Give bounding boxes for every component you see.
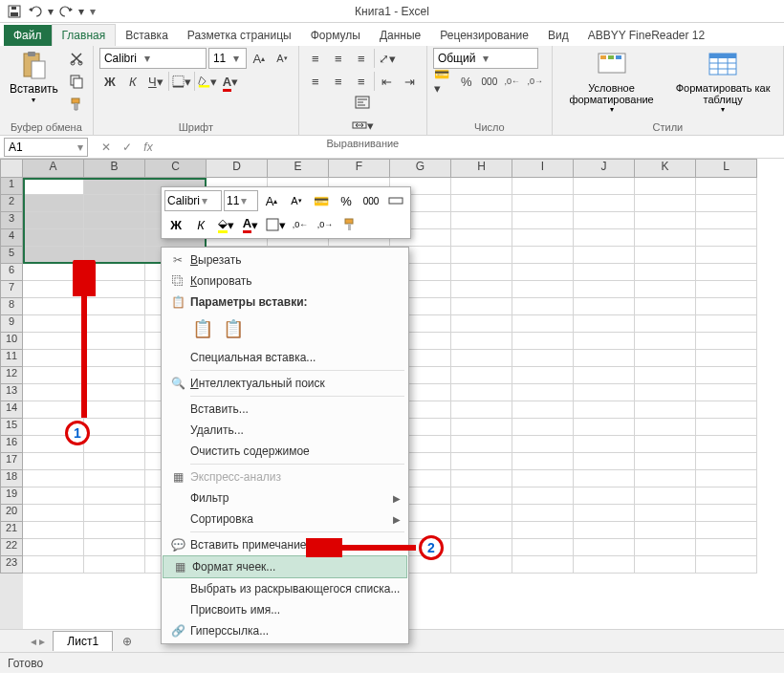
tab-data[interactable]: Данные bbox=[370, 25, 430, 46]
cell[interactable] bbox=[512, 470, 574, 487]
row-header[interactable]: 5 bbox=[0, 247, 23, 264]
cell[interactable] bbox=[574, 539, 635, 556]
cell[interactable] bbox=[512, 315, 574, 333]
cell[interactable] bbox=[574, 350, 635, 367]
row-header[interactable]: 11 bbox=[0, 350, 23, 367]
cell[interactable] bbox=[574, 212, 635, 229]
cell[interactable] bbox=[84, 212, 145, 229]
cell[interactable] bbox=[574, 419, 635, 436]
col-header[interactable]: A bbox=[23, 159, 84, 178]
ctx-insert[interactable]: Вставить... bbox=[162, 399, 408, 420]
mini-increase-font-icon[interactable]: A▴ bbox=[260, 190, 283, 211]
fx-icon[interactable]: fx bbox=[138, 137, 159, 158]
cell[interactable] bbox=[84, 178, 145, 195]
format-painter-icon[interactable] bbox=[66, 94, 87, 115]
ctx-cut[interactable]: ✂Вырезать bbox=[162, 249, 408, 271]
cell[interactable] bbox=[696, 453, 757, 470]
cell[interactable] bbox=[574, 178, 635, 195]
row-header[interactable]: 23 bbox=[0, 556, 23, 574]
cell[interactable] bbox=[451, 298, 512, 315]
merge-center-button[interactable]: ▾ bbox=[305, 115, 421, 136]
cell[interactable] bbox=[635, 453, 696, 470]
tab-file[interactable]: Файл bbox=[4, 25, 52, 46]
mini-italic-button[interactable]: К bbox=[189, 214, 212, 235]
cell[interactable] bbox=[512, 333, 574, 350]
cell[interactable] bbox=[512, 539, 574, 556]
col-header[interactable]: G bbox=[390, 159, 451, 178]
cell[interactable] bbox=[84, 229, 145, 247]
cell[interactable] bbox=[84, 436, 145, 453]
cell[interactable] bbox=[635, 315, 696, 333]
name-box[interactable]: A1▾ bbox=[4, 138, 88, 157]
cell[interactable] bbox=[512, 401, 574, 419]
mini-accounting-icon[interactable]: 💳 bbox=[310, 190, 333, 211]
ctx-define-name[interactable]: Присвоить имя... bbox=[162, 599, 408, 620]
increase-font-icon[interactable]: A▴ bbox=[249, 48, 270, 69]
cell[interactable] bbox=[696, 539, 757, 556]
formula-input[interactable] bbox=[163, 145, 784, 149]
cell[interactable] bbox=[696, 315, 757, 333]
row-header[interactable]: 9 bbox=[0, 315, 23, 333]
ctx-clear[interactable]: Очистить содержимое bbox=[162, 441, 408, 462]
increase-decimal-icon[interactable]: ,0← bbox=[502, 71, 523, 92]
mini-size-combo[interactable]: 11▾ bbox=[224, 190, 258, 211]
cell[interactable] bbox=[23, 470, 84, 487]
bold-button[interactable]: Ж bbox=[99, 71, 120, 92]
cell[interactable] bbox=[574, 315, 635, 333]
cell[interactable] bbox=[574, 229, 635, 247]
save-icon[interactable] bbox=[4, 1, 25, 22]
mini-format-painter-icon[interactable] bbox=[338, 214, 361, 235]
borders-icon[interactable]: ▾ bbox=[171, 71, 192, 92]
format-as-table-button[interactable]: Форматировать как таблицу▾ bbox=[668, 48, 777, 116]
cell[interactable] bbox=[512, 367, 574, 384]
cell[interactable] bbox=[574, 453, 635, 470]
col-header[interactable]: D bbox=[207, 159, 268, 178]
ctx-sort[interactable]: Сортировка▶ bbox=[162, 509, 408, 530]
underline-button[interactable]: Ч▾ bbox=[145, 71, 166, 92]
cell[interactable] bbox=[635, 264, 696, 281]
cell[interactable] bbox=[696, 350, 757, 367]
cell[interactable] bbox=[696, 298, 757, 315]
cell[interactable] bbox=[451, 384, 512, 401]
accounting-format-icon[interactable]: 💳▾ bbox=[433, 71, 454, 92]
cell[interactable] bbox=[574, 264, 635, 281]
cell[interactable] bbox=[451, 556, 512, 574]
col-header[interactable]: K bbox=[635, 159, 696, 178]
cell[interactable] bbox=[84, 195, 145, 212]
cell[interactable] bbox=[574, 522, 635, 539]
cell[interactable] bbox=[696, 212, 757, 229]
cell[interactable] bbox=[23, 178, 84, 195]
conditional-formatting-button[interactable]: Условное форматирование▾ bbox=[558, 48, 664, 116]
cell[interactable] bbox=[696, 505, 757, 522]
cell[interactable] bbox=[696, 470, 757, 487]
cell[interactable] bbox=[23, 539, 84, 556]
cell[interactable] bbox=[23, 505, 84, 522]
cell[interactable] bbox=[451, 333, 512, 350]
cell[interactable] bbox=[23, 453, 84, 470]
cancel-formula-icon[interactable]: ✕ bbox=[96, 137, 117, 158]
cell[interactable] bbox=[635, 539, 696, 556]
cell[interactable] bbox=[512, 505, 574, 522]
cell[interactable] bbox=[635, 195, 696, 212]
add-sheet-icon[interactable]: ⊕ bbox=[117, 631, 138, 652]
cell[interactable] bbox=[512, 281, 574, 298]
col-header[interactable]: C bbox=[145, 159, 207, 178]
cell[interactable] bbox=[574, 556, 635, 574]
ctx-format-cells[interactable]: ▦Формат ячеек... bbox=[163, 555, 407, 578]
ctx-copy[interactable]: ⿻Копировать bbox=[162, 271, 408, 292]
cell[interactable] bbox=[574, 195, 635, 212]
ctx-filter[interactable]: Фильтр▶ bbox=[162, 487, 408, 509]
cell[interactable] bbox=[512, 487, 574, 505]
cell[interactable] bbox=[512, 453, 574, 470]
tab-insert[interactable]: Вставка bbox=[116, 25, 178, 46]
cell[interactable] bbox=[635, 556, 696, 574]
cell[interactable] bbox=[451, 350, 512, 367]
wrap-text-button[interactable] bbox=[305, 92, 421, 113]
redo-dropdown-icon[interactable]: ▾ bbox=[76, 1, 86, 22]
row-header[interactable]: 3 bbox=[0, 212, 23, 229]
row-header[interactable]: 2 bbox=[0, 195, 23, 212]
row-header[interactable]: 4 bbox=[0, 229, 23, 247]
cell[interactable] bbox=[696, 195, 757, 212]
tab-pagelayout[interactable]: Разметка страницы bbox=[178, 25, 301, 46]
tab-home[interactable]: Главная bbox=[52, 24, 117, 46]
